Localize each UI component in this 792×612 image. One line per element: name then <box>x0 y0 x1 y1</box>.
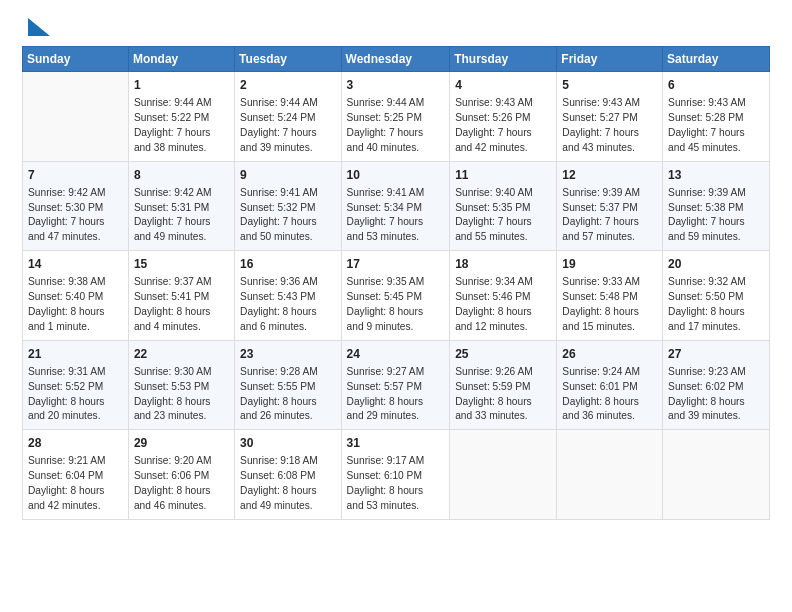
cell-line: and 26 minutes. <box>240 410 313 421</box>
calendar-cell: 3Sunrise: 9:44 AMSunset: 5:25 PMDaylight… <box>341 72 450 162</box>
calendar-cell: 26Sunrise: 9:24 AMSunset: 6:01 PMDayligh… <box>557 340 663 430</box>
cell-line: and 43 minutes. <box>562 142 635 153</box>
cell-line: Daylight: 8 hours <box>28 485 104 496</box>
calendar-cell: 14Sunrise: 9:38 AMSunset: 5:40 PMDayligh… <box>23 251 129 341</box>
cell-line: and 17 minutes. <box>668 321 741 332</box>
cell-line: Sunrise: 9:21 AM <box>28 455 106 466</box>
cell-line: and 53 minutes. <box>347 231 420 242</box>
cell-line: Sunset: 5:22 PM <box>134 112 209 123</box>
calendar-cell: 21Sunrise: 9:31 AMSunset: 5:52 PMDayligh… <box>23 340 129 430</box>
day-number: 2 <box>240 77 335 94</box>
cell-line: Sunset: 6:10 PM <box>347 470 422 481</box>
cell-content: Sunrise: 9:43 AMSunset: 5:26 PMDaylight:… <box>455 96 551 155</box>
cell-content: Sunrise: 9:41 AMSunset: 5:34 PMDaylight:… <box>347 186 445 245</box>
calendar-cell <box>23 72 129 162</box>
header <box>22 18 770 36</box>
cell-line: and 45 minutes. <box>668 142 741 153</box>
cell-line: Sunset: 5:30 PM <box>28 202 103 213</box>
cell-line: Sunset: 5:40 PM <box>28 291 103 302</box>
calendar-cell: 7Sunrise: 9:42 AMSunset: 5:30 PMDaylight… <box>23 161 129 251</box>
day-number: 4 <box>455 77 551 94</box>
cell-line: Sunset: 5:31 PM <box>134 202 209 213</box>
cell-line: Sunrise: 9:42 AM <box>134 187 212 198</box>
cell-line: and 42 minutes. <box>28 500 101 511</box>
calendar-cell: 20Sunrise: 9:32 AMSunset: 5:50 PMDayligh… <box>663 251 770 341</box>
cell-line: Sunrise: 9:40 AM <box>455 187 533 198</box>
cell-content: Sunrise: 9:18 AMSunset: 6:08 PMDaylight:… <box>240 454 335 513</box>
calendar-cell: 9Sunrise: 9:41 AMSunset: 5:32 PMDaylight… <box>235 161 341 251</box>
cell-line: Daylight: 7 hours <box>668 127 744 138</box>
cell-content: Sunrise: 9:40 AMSunset: 5:35 PMDaylight:… <box>455 186 551 245</box>
cell-line: Daylight: 8 hours <box>562 306 638 317</box>
cell-line: and 40 minutes. <box>347 142 420 153</box>
cell-line: Daylight: 7 hours <box>347 127 423 138</box>
cell-line: Sunset: 5:27 PM <box>562 112 637 123</box>
calendar-cell: 30Sunrise: 9:18 AMSunset: 6:08 PMDayligh… <box>235 430 341 520</box>
cell-content: Sunrise: 9:31 AMSunset: 5:52 PMDaylight:… <box>28 365 123 424</box>
cell-line: and 12 minutes. <box>455 321 528 332</box>
day-number: 22 <box>134 346 229 363</box>
calendar-cell <box>557 430 663 520</box>
cell-line: and 33 minutes. <box>455 410 528 421</box>
calendar-cell: 8Sunrise: 9:42 AMSunset: 5:31 PMDaylight… <box>128 161 234 251</box>
cell-line: Sunset: 5:48 PM <box>562 291 637 302</box>
calendar-cell: 29Sunrise: 9:20 AMSunset: 6:06 PMDayligh… <box>128 430 234 520</box>
cell-line: Daylight: 7 hours <box>562 127 638 138</box>
cell-line: and 9 minutes. <box>347 321 414 332</box>
cell-line: Daylight: 8 hours <box>28 306 104 317</box>
cell-line: Sunrise: 9:30 AM <box>134 366 212 377</box>
calendar-cell: 4Sunrise: 9:43 AMSunset: 5:26 PMDaylight… <box>450 72 557 162</box>
cell-line: Daylight: 7 hours <box>240 216 316 227</box>
cell-content: Sunrise: 9:44 AMSunset: 5:24 PMDaylight:… <box>240 96 335 155</box>
day-number: 14 <box>28 256 123 273</box>
calendar-cell: 16Sunrise: 9:36 AMSunset: 5:43 PMDayligh… <box>235 251 341 341</box>
cell-line: Sunset: 5:38 PM <box>668 202 743 213</box>
cell-line: Daylight: 7 hours <box>562 216 638 227</box>
cell-line: Daylight: 7 hours <box>668 216 744 227</box>
calendar-cell: 28Sunrise: 9:21 AMSunset: 6:04 PMDayligh… <box>23 430 129 520</box>
logo <box>22 18 50 36</box>
cell-line: and 36 minutes. <box>562 410 635 421</box>
cell-line: Daylight: 7 hours <box>28 216 104 227</box>
cell-content: Sunrise: 9:32 AMSunset: 5:50 PMDaylight:… <box>668 275 764 334</box>
cell-content: Sunrise: 9:33 AMSunset: 5:48 PMDaylight:… <box>562 275 657 334</box>
cell-content: Sunrise: 9:20 AMSunset: 6:06 PMDaylight:… <box>134 454 229 513</box>
cell-line: Daylight: 8 hours <box>668 396 744 407</box>
cell-line: Sunrise: 9:44 AM <box>134 97 212 108</box>
day-number: 31 <box>347 435 445 452</box>
cell-line: Daylight: 8 hours <box>347 306 423 317</box>
cell-line: Sunrise: 9:32 AM <box>668 276 746 287</box>
cell-line: Sunset: 5:34 PM <box>347 202 422 213</box>
cell-line: Sunset: 5:50 PM <box>668 291 743 302</box>
calendar-cell: 27Sunrise: 9:23 AMSunset: 6:02 PMDayligh… <box>663 340 770 430</box>
day-number: 19 <box>562 256 657 273</box>
cell-line: Daylight: 7 hours <box>455 216 531 227</box>
calendar-cell: 25Sunrise: 9:26 AMSunset: 5:59 PMDayligh… <box>450 340 557 430</box>
cell-line: Sunrise: 9:44 AM <box>240 97 318 108</box>
calendar-cell: 18Sunrise: 9:34 AMSunset: 5:46 PMDayligh… <box>450 251 557 341</box>
cell-line: Sunrise: 9:39 AM <box>562 187 640 198</box>
cell-line: Daylight: 7 hours <box>347 216 423 227</box>
cell-content: Sunrise: 9:21 AMSunset: 6:04 PMDaylight:… <box>28 454 123 513</box>
cell-line: Daylight: 8 hours <box>240 306 316 317</box>
day-number: 10 <box>347 167 445 184</box>
cell-line: Sunset: 5:45 PM <box>347 291 422 302</box>
cell-line: and 47 minutes. <box>28 231 101 242</box>
cell-content: Sunrise: 9:39 AMSunset: 5:38 PMDaylight:… <box>668 186 764 245</box>
cell-content: Sunrise: 9:42 AMSunset: 5:31 PMDaylight:… <box>134 186 229 245</box>
day-number: 24 <box>347 346 445 363</box>
cell-line: and 4 minutes. <box>134 321 201 332</box>
calendar-cell: 2Sunrise: 9:44 AMSunset: 5:24 PMDaylight… <box>235 72 341 162</box>
cell-line: Sunrise: 9:43 AM <box>562 97 640 108</box>
weekday-header-row: SundayMondayTuesdayWednesdayThursdayFrid… <box>23 47 770 72</box>
cell-content: Sunrise: 9:43 AMSunset: 5:27 PMDaylight:… <box>562 96 657 155</box>
cell-line: Sunrise: 9:43 AM <box>668 97 746 108</box>
calendar-cell: 31Sunrise: 9:17 AMSunset: 6:10 PMDayligh… <box>341 430 450 520</box>
cell-content: Sunrise: 9:43 AMSunset: 5:28 PMDaylight:… <box>668 96 764 155</box>
cell-line: Daylight: 8 hours <box>455 396 531 407</box>
cell-line: and 39 minutes. <box>240 142 313 153</box>
cell-line: Sunrise: 9:28 AM <box>240 366 318 377</box>
day-number: 21 <box>28 346 123 363</box>
cell-line: and 15 minutes. <box>562 321 635 332</box>
cell-line: Daylight: 8 hours <box>240 396 316 407</box>
